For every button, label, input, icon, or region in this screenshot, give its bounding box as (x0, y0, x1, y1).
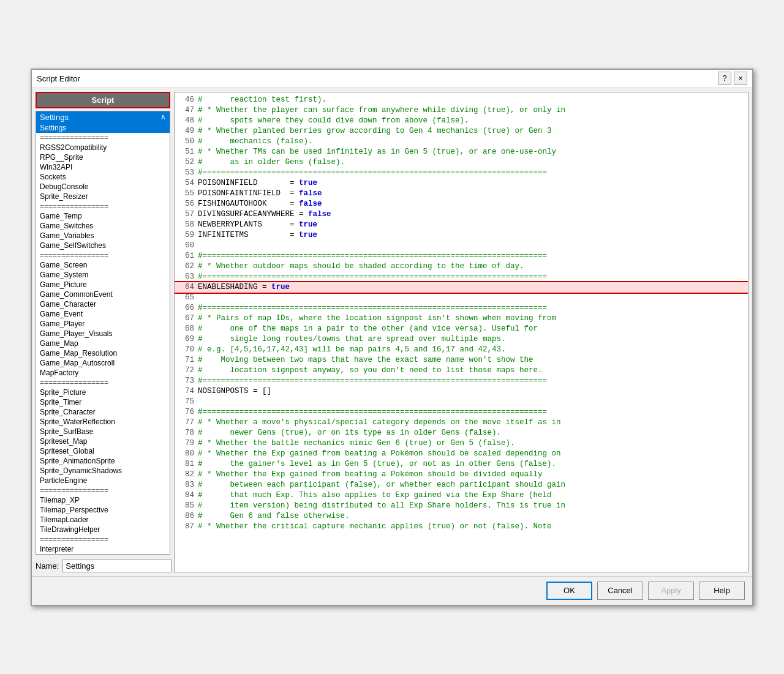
help-button[interactable]: ? (718, 72, 731, 85)
list-item[interactable]: Game_Variables (36, 231, 170, 241)
code-line[interactable]: 63#=====================================… (175, 272, 748, 282)
code-line[interactable]: 73#=====================================… (175, 376, 748, 386)
list-item[interactable]: Game_Map (36, 339, 170, 348)
script-header: Script (36, 92, 170, 108)
code-line[interactable]: 64ENABLESHADING = true (175, 282, 748, 293)
list-item[interactable]: Settings (36, 123, 170, 133)
list-item[interactable]: Sprite_SurfBase (36, 427, 170, 436)
code-line[interactable]: 86# Gen 6 and false otherwise. (175, 511, 748, 522)
list-item[interactable]: Game_CommonEvent (36, 290, 170, 299)
code-line[interactable]: 60 (175, 241, 748, 251)
list-item[interactable]: Game_Map_Resolution (36, 348, 170, 358)
line-content: # item version) being distributed to all… (198, 501, 565, 511)
list-item[interactable]: Sprite_Picture (36, 388, 170, 397)
name-input[interactable] (62, 560, 172, 572)
list-item[interactable]: ParticleEngine (36, 476, 170, 485)
list-item[interactable]: Game_Map_Autoscroll (36, 358, 170, 368)
list-item[interactable]: Sprite_Resizer (36, 192, 170, 201)
list-item[interactable]: Sprite_DynamicShadows (36, 466, 170, 476)
code-line[interactable]: 76#=====================================… (175, 407, 748, 418)
code-line[interactable]: 74NOSIGNPOSTS = [] (175, 386, 748, 397)
code-line[interactable]: 55POISONFAINTINFIELD = false (175, 189, 748, 199)
code-line[interactable]: 84# that much Exp. This also applies to … (175, 490, 748, 501)
code-line[interactable]: 50# mechanics (false). (175, 137, 748, 147)
code-line[interactable]: 48# spots where they could dive down fro… (175, 116, 748, 126)
code-editor[interactable]: 46# reaction test first).47# * Whether t… (175, 92, 748, 572)
code-line[interactable]: 75 (175, 397, 748, 407)
ok-button[interactable]: OK (546, 582, 592, 600)
scroll-up-button[interactable]: ∧ (160, 113, 166, 121)
script-list[interactable]: Settings================RGSS2Compatibili… (36, 123, 170, 554)
list-item[interactable]: Game_Screen (36, 260, 170, 270)
dialog-title: Script Editor (37, 74, 80, 83)
apply-button[interactable]: Apply (648, 582, 694, 600)
code-line[interactable]: 53#=====================================… (175, 168, 748, 178)
code-line[interactable]: 59INFINITETMS = true (175, 230, 748, 241)
list-item[interactable]: Game_Temp (36, 211, 170, 221)
code-line[interactable]: 79# * Whether the battle mechanics mimic… (175, 438, 748, 449)
list-item[interactable]: Sprite_Timer (36, 397, 170, 407)
code-line[interactable]: 78# newer Gens (true), or on its type as… (175, 428, 748, 438)
code-line[interactable]: 68# one of the maps in a pair to the oth… (175, 324, 748, 334)
code-line[interactable]: 54POISONINFIELD = true (175, 178, 748, 189)
list-item[interactable]: Game_Event (36, 309, 170, 319)
list-item[interactable]: Win32API (36, 162, 170, 172)
list-item[interactable]: Game_Switches (36, 221, 170, 231)
code-line[interactable]: 77# * Whether a move's physical/special … (175, 418, 748, 428)
list-item[interactable]: RGSS2Compatibility (36, 143, 170, 152)
list-item[interactable]: TileDrawingHelper (36, 525, 170, 534)
list-item[interactable]: Spriteset_Map (36, 436, 170, 446)
code-line[interactable]: 57DIVINGSURFACEANYWHERE = false (175, 209, 748, 220)
list-item: ================ (36, 485, 170, 495)
code-line[interactable]: 67# * Pairs of map IDs, where the locati… (175, 313, 748, 324)
code-line[interactable]: 87# * Whether the critical capture mecha… (175, 522, 748, 532)
code-line[interactable]: 65 (175, 293, 748, 303)
list-item[interactable]: Sockets (36, 172, 170, 182)
code-line[interactable]: 85# item version) being distributed to a… (175, 501, 748, 511)
list-item[interactable]: Game_Picture (36, 280, 170, 290)
list-item[interactable]: Sprite_Character (36, 407, 170, 417)
line-number: 49 (175, 126, 198, 137)
list-item[interactable]: DebugConsole (36, 182, 170, 192)
line-content: # mechanics (false). (198, 137, 313, 147)
list-item[interactable]: Game_Player_Visuals (36, 329, 170, 339)
list-item[interactable]: Interpreter (36, 544, 170, 554)
list-item[interactable]: RPG__Sprite (36, 152, 170, 162)
code-line[interactable]: 83# between each participant (false), or… (175, 480, 748, 490)
line-number: 62 (175, 261, 198, 272)
list-item[interactable]: TilemapLoader (36, 515, 170, 525)
code-line[interactable]: 72# location signpost anyway, so you don… (175, 365, 748, 376)
code-line[interactable]: 70# e.g. [4,5,16,17,42,43] will be map p… (175, 345, 748, 355)
code-line[interactable]: 82# * Whether the Exp gained from beatin… (175, 470, 748, 480)
list-item[interactable]: Game_Player (36, 319, 170, 329)
list-item[interactable]: Spriteset_Global (36, 446, 170, 456)
code-line[interactable]: 58NEWBERRYPLANTS = true (175, 220, 748, 230)
list-item[interactable]: Game_System (36, 270, 170, 280)
list-item[interactable]: MapFactory (36, 368, 170, 378)
code-line[interactable]: 71# Moving between two maps that have th… (175, 355, 748, 365)
list-item[interactable]: Tilemap_XP (36, 495, 170, 505)
code-line[interactable]: 80# * Whether the Exp gained from beatin… (175, 449, 748, 459)
code-line[interactable]: 69# single long routes/towns that are sp… (175, 334, 748, 345)
cancel-button[interactable]: Cancel (597, 582, 643, 600)
code-line[interactable]: 52# as in older Gens (false). (175, 157, 748, 168)
code-line[interactable]: 81# the gainer's level as in Gen 5 (true… (175, 459, 748, 470)
code-line[interactable]: 66#=====================================… (175, 303, 748, 313)
line-content: #=======================================… (198, 168, 547, 178)
list-item[interactable]: Sprite_WaterReflection (36, 417, 170, 427)
code-line[interactable]: 62# * Whether outdoor maps should be sha… (175, 261, 748, 272)
help-bottom-button[interactable]: Help (699, 582, 745, 600)
code-line[interactable]: 61#=====================================… (175, 251, 748, 261)
line-number: 53 (175, 168, 198, 178)
line-number: 78 (175, 428, 198, 438)
list-item[interactable]: Sprite_AnimationSprite (36, 456, 170, 466)
list-item[interactable]: Tilemap_Perspective (36, 505, 170, 515)
code-line[interactable]: 46# reaction test first). (175, 95, 748, 105)
list-item[interactable]: Game_Character (36, 299, 170, 309)
close-button[interactable]: × (734, 72, 747, 85)
code-line[interactable]: 49# * Whether planted berries grow accor… (175, 126, 748, 137)
list-item[interactable]: Game_SelfSwitches (36, 241, 170, 250)
code-line[interactable]: 56FISHINGAUTOHOOK = false (175, 199, 748, 209)
code-line[interactable]: 47# * Whether the player can surface fro… (175, 105, 748, 116)
code-line[interactable]: 51# * Whether TMs can be used infinitely… (175, 147, 748, 157)
